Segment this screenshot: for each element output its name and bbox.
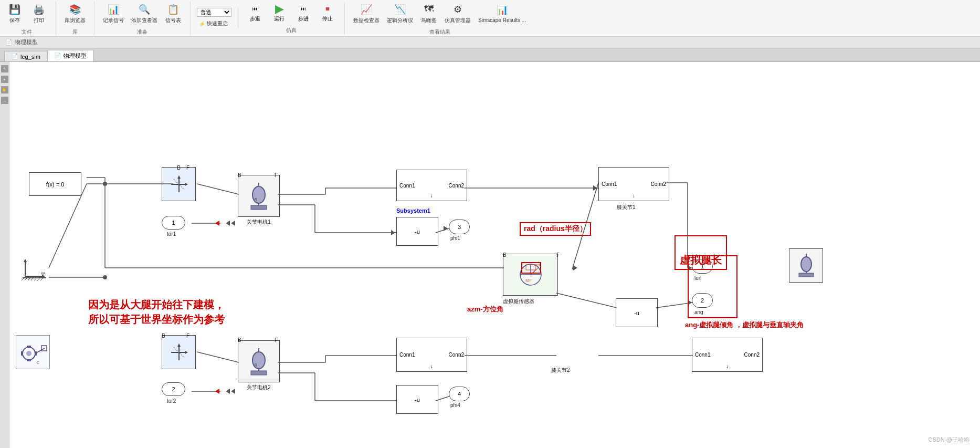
- toolbar-group-results: 📈 数据检查器 📉 逻辑分析仪 🗺 鸟瞰图 ⚙ 仿真管理器 📊 Simscape…: [351, 1, 534, 36]
- block-transform2[interactable]: [162, 335, 196, 369]
- block-motor-right[interactable]: [789, 248, 823, 283]
- svg-text:W: W: [41, 271, 45, 276]
- block-neg-u3[interactable]: -u: [396, 385, 438, 414]
- signal-table-button[interactable]: 📋 信号表: [163, 1, 184, 25]
- block-tor2[interactable]: 2: [162, 382, 185, 396]
- virtual-sensor-f-label: F: [556, 252, 560, 258]
- svg-marker-50: [185, 183, 188, 186]
- svg-line-60: [531, 268, 538, 275]
- birdseye-icon: 🗺: [421, 2, 436, 17]
- svg-text:C: C: [37, 361, 39, 364]
- connection-lines: [0, 62, 980, 448]
- simulation-section-label: 仿真: [286, 27, 297, 34]
- tab-leg-sim[interactable]: 📄 leg_sim: [4, 51, 47, 61]
- block-phi1[interactable]: 3: [449, 220, 470, 234]
- breadcrumb: 📄 物理模型: [0, 37, 980, 48]
- block-knee2-conn[interactable]: Conn1 Conn2 ↓: [396, 338, 467, 372]
- knee2-conn-down-arrow: ↓: [430, 363, 433, 369]
- select-tool[interactable]: ↖: [1, 65, 8, 72]
- save-button[interactable]: 💾 保存: [4, 1, 25, 25]
- block-transform1[interactable]: [162, 167, 196, 201]
- block-conn2-right[interactable]: Conn1 Conn2 ↓: [692, 338, 763, 372]
- tab-physics-model[interactable]: 📄 物理模型: [47, 50, 93, 61]
- block-ang[interactable]: 2: [692, 293, 713, 308]
- step-forward-icon: ⏭: [296, 4, 311, 14]
- block-tor1[interactable]: 1: [162, 216, 185, 230]
- sim-manager-button[interactable]: ⚙ 仿真管理器: [442, 1, 473, 25]
- add-viewer-button[interactable]: 🔍 添加查看器: [129, 1, 160, 25]
- svg-marker-33: [215, 221, 219, 226]
- block-mech-config[interactable]: C: [16, 335, 50, 369]
- library-icon: 📚: [68, 2, 82, 17]
- run-button[interactable]: ▶ 运行: [269, 3, 290, 24]
- step-forward-label: 步进: [298, 15, 309, 23]
- tab-physics-icon: 📄: [54, 53, 61, 59]
- print-icon: 🖨️: [31, 2, 46, 17]
- knee1-labels: Conn1 Conn2: [599, 181, 669, 187]
- block-phi4[interactable]: 4: [449, 387, 470, 401]
- block-joint-motor1[interactable]: q: [238, 175, 280, 217]
- block-fx0[interactable]: f(x) = 0: [29, 172, 81, 196]
- svg-marker-40: [444, 226, 448, 231]
- neg-u1-label: -u: [415, 228, 420, 235]
- transform1-f-label: F: [186, 165, 189, 171]
- logic-analyzer-button[interactable]: 📉 逻辑分析仪: [385, 1, 415, 25]
- step-back-icon: ⏮: [248, 4, 262, 14]
- annotation-rad: rad（radius半径）: [520, 222, 591, 236]
- knee1-down-arrow: ↓: [633, 193, 635, 199]
- virtual-sensor-b-label: B: [503, 252, 507, 258]
- svg-rect-89: [27, 346, 31, 348]
- block-world-frame[interactable]: W: [18, 251, 50, 283]
- block-joint-motor2[interactable]: q: [238, 340, 280, 382]
- sim-mode-select[interactable]: 普通 加速 快速加速: [197, 8, 231, 17]
- step-back-button[interactable]: ⏮ 步退: [245, 3, 266, 24]
- record-signal-button[interactable]: 📊 记录信号: [101, 1, 126, 25]
- file-buttons-row: 💾 保存 🖨️ 打印: [4, 1, 49, 25]
- block-virtual-sensor[interactable]: rad azm: [503, 254, 558, 296]
- block-neg-u1[interactable]: -u: [396, 217, 438, 246]
- library-browser-button[interactable]: 📚 库浏览器: [62, 1, 88, 25]
- joint-motor2-icon: q: [243, 346, 275, 377]
- connect-tool[interactable]: —: [1, 97, 8, 104]
- save-label: 保存: [9, 17, 20, 24]
- knee1-name: 膝关节1: [617, 204, 636, 211]
- block-knee1[interactable]: Conn1 Conn2 ↓: [598, 167, 669, 201]
- block-conn1-top[interactable]: Conn1 Conn2 ↓: [396, 170, 467, 201]
- simscape-results-button[interactable]: 📊 Simscape Results ...: [476, 2, 528, 24]
- print-button[interactable]: 🖨️ 打印: [28, 1, 49, 25]
- stop-button[interactable]: ⏹ 停止: [317, 3, 338, 24]
- block-fx0-label: f(x) = 0: [46, 181, 65, 187]
- annotation-virtual-len: 虚拟腿长: [675, 235, 727, 270]
- toolbar-group-file: 💾 保存 🖨️ 打印 文件: [4, 1, 56, 36]
- quick-restart-button[interactable]: ⚡ 快速重启: [197, 19, 231, 28]
- print-label: 打印: [34, 17, 44, 24]
- virtual-sensor-icon: rad azm: [507, 258, 554, 292]
- phi4-name: phi4: [450, 402, 460, 408]
- svg-point-69: [252, 352, 265, 369]
- svg-line-1: [197, 184, 239, 194]
- transform2-f-label: F: [186, 333, 189, 339]
- table-label: 信号表: [165, 17, 181, 24]
- pan-tool[interactable]: ✋: [1, 86, 8, 93]
- data-inspector-button[interactable]: 📈 数据检查器: [351, 1, 382, 25]
- world-frame-icon: W: [20, 253, 49, 282]
- svg-point-46: [103, 275, 107, 279]
- toolbar-group-library: 📚 库浏览器 库: [62, 1, 94, 36]
- conn2-right-labels: Conn1 Conn2: [692, 352, 762, 358]
- svg-point-88: [26, 351, 31, 356]
- svg-point-52: [252, 186, 265, 203]
- ang-name: ang: [694, 309, 703, 315]
- motor-right-icon: [792, 251, 820, 280]
- block-neg-u2[interactable]: -u: [616, 298, 658, 327]
- library-label: 库浏览器: [65, 17, 86, 24]
- joint-motor2-name: 关节电机2: [238, 384, 280, 391]
- step-forward-button[interactable]: ⏭ 步进: [293, 3, 314, 24]
- svg-marker-67: [185, 351, 188, 354]
- joint-motor1-f-label: F: [275, 172, 278, 178]
- birdseye-button[interactable]: 🗺 鸟瞰图: [418, 1, 439, 25]
- breadcrumb-item[interactable]: 物理模型: [15, 38, 38, 46]
- svg-rect-55: [251, 205, 267, 210]
- zoom-tool[interactable]: +: [1, 76, 8, 83]
- joint-motor1-name: 关节电机1: [238, 218, 280, 226]
- svg-marker-66: [177, 343, 181, 347]
